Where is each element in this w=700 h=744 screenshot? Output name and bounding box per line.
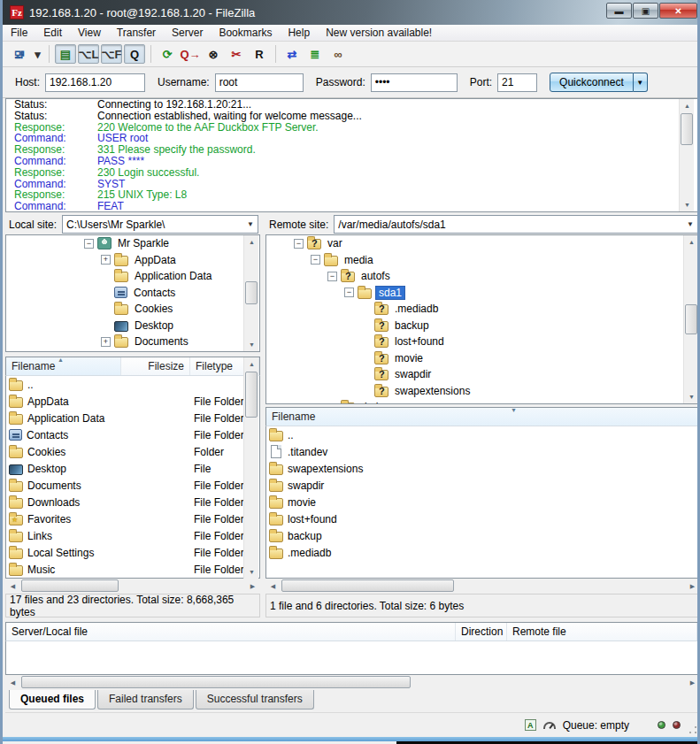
folder-question-icon (341, 272, 355, 282)
close-button[interactable]: ✕ (659, 3, 697, 19)
tree-item-contacts[interactable]: Contacts (6, 285, 259, 302)
speed-limits-icon[interactable] (543, 722, 556, 729)
file-row-swapextensions[interactable]: swapextensions (266, 460, 699, 477)
minimize-button[interactable]: ▬ (606, 3, 632, 19)
tree-item-appdata[interactable]: +AppData (6, 252, 259, 269)
maximize-button[interactable]: ▣ (633, 3, 658, 19)
host-input[interactable] (45, 73, 145, 92)
local-site-combo[interactable]: C:\Users\Mr Sparkle\▼ (62, 215, 258, 234)
menu-item-view[interactable]: View (70, 25, 109, 41)
local-list-hscrollbar[interactable]: ◀ ▶ (5, 579, 260, 594)
expand-icon[interactable]: + (101, 337, 111, 347)
toggle-remote-tree-button[interactable]: ⌥F (101, 44, 122, 64)
transfer-type-icon[interactable]: A (525, 719, 536, 731)
title-bar[interactable]: Fz 192.168.1.20 - root@192.168.1.20 - Fi… (3, 0, 700, 25)
tree-item-desktop[interactable]: Desktop (6, 318, 259, 334)
site-manager-dropdown[interactable]: ▾ (32, 44, 43, 64)
menu-item-help[interactable]: Help (280, 25, 318, 41)
column-header-direction[interactable]: Direction (456, 623, 507, 640)
tree-item-autofs[interactable]: −autofs (266, 268, 699, 285)
quickconnect-button[interactable]: Quickconnect (550, 73, 634, 92)
toggle-local-tree-button[interactable]: ⌥L (78, 44, 99, 64)
tree-item-lost-found[interactable]: lost+found (266, 334, 699, 350)
file-row-Local-Settings[interactable]: Local SettingsFile Folder (6, 544, 259, 561)
menu-item-bookmarks[interactable]: Bookmarks (211, 25, 280, 41)
menu-item-transfer[interactable]: Transfer (109, 25, 164, 41)
find-files-button[interactable]: ∞ (327, 44, 349, 64)
menu-item-new-version-available-[interactable]: New version available! (318, 25, 440, 41)
file-row-Desktop[interactable]: DesktopFile (6, 460, 259, 477)
collapse-icon[interactable]: − (84, 239, 94, 249)
local-tree-scrollbar[interactable]: ▲ ▼ (243, 235, 258, 351)
tree-item--mediadb[interactable]: .mediadb (266, 301, 699, 318)
file-row--[interactable]: .. (6, 376, 259, 393)
file-row-Application-Data[interactable]: Application DataFile Folder (6, 410, 259, 426)
tab-failed-transfers[interactable]: Failed transfers (97, 690, 194, 709)
file-row--[interactable]: .. (266, 426, 699, 443)
column-header-server-local-file[interactable]: Server/Local file (6, 623, 456, 640)
toggle-queue-button[interactable]: Q (124, 44, 145, 64)
username-input[interactable] (215, 73, 304, 92)
tree-item-cookies[interactable]: Cookies (6, 301, 259, 318)
tree-item-application-data[interactable]: Application Data (6, 268, 259, 285)
file-row-Links[interactable]: LinksFile Folder (6, 527, 259, 544)
file-row-swapdir[interactable]: swapdir (266, 477, 699, 494)
password-input[interactable] (371, 73, 458, 92)
remote-site-combo[interactable]: /var/media/autofs/sda1▼ (334, 215, 698, 234)
queue-hscrollbar[interactable]: ◀ ▶ (5, 675, 700, 690)
reconnect-button[interactable]: R (249, 44, 270, 64)
quickconnect-dropdown[interactable]: ▼ (634, 73, 648, 92)
collapse-icon[interactable]: − (311, 255, 320, 265)
tree-item-downloads[interactable]: +Downloads (6, 350, 259, 353)
expand-icon[interactable]: + (101, 255, 111, 265)
resize-grip[interactable] (688, 725, 697, 734)
tree-item-swapdir[interactable]: swapdir (266, 366, 699, 383)
file-row-AppData[interactable]: AppDataFile Folder (6, 393, 259, 410)
file-row-movie[interactable]: movie (266, 494, 699, 510)
tree-item-sda1[interactable]: −sda1 (266, 285, 699, 302)
file-row-Contacts[interactable]: ContactsFile Folder (6, 426, 259, 443)
remote-list-hscrollbar[interactable]: ◀ ▶ (265, 579, 700, 594)
tree-item-media[interactable]: −media (266, 252, 699, 269)
file-row-Favorites[interactable]: ★FavoritesFile Folder (6, 510, 259, 527)
file-row-Downloads[interactable]: DownloadsFile Folder (6, 494, 259, 510)
tab-queued-files[interactable]: Queued files (9, 690, 96, 709)
directory-comparison-button[interactable]: ⇄ (281, 44, 303, 64)
file-row-Cookies[interactable]: CookiesFolder (6, 443, 259, 460)
file-row-backup[interactable]: backup (266, 527, 699, 544)
menu-item-file[interactable]: File (3, 25, 35, 41)
column-header-filesize[interactable]: Filesize (121, 357, 190, 375)
tree-item-backup[interactable]: backup (266, 318, 699, 334)
refresh-button[interactable]: ⟳ (157, 44, 178, 64)
collapse-icon[interactable]: − (294, 239, 304, 249)
toggle-message-log-button[interactable]: ▤ (55, 44, 76, 64)
local-list-scrollbar[interactable]: ▲ ▼ (243, 357, 258, 579)
log-scrollbar[interactable]: ▲ ▼ (679, 99, 694, 211)
tree-item-dvd[interactable]: dvd (266, 399, 699, 404)
tree-item-movie[interactable]: movie (266, 350, 699, 367)
tree-item-mr-sparkle[interactable]: −Mr Sparkle (6, 235, 259, 252)
file-row-Documents[interactable]: DocumentsFile Folder (6, 477, 259, 494)
collapse-icon[interactable]: − (327, 272, 337, 281)
disconnect-button[interactable]: ✂ (226, 44, 247, 64)
tab-successful-transfers[interactable]: Successful transfers (196, 690, 314, 709)
menu-item-edit[interactable]: Edit (35, 25, 70, 41)
file-row-Music[interactable]: MusicFile Folder (6, 561, 259, 578)
process-queue-button[interactable]: Q→ (180, 44, 201, 64)
menu-item-server[interactable]: Server (164, 25, 211, 41)
tree-item-documents[interactable]: +Documents (6, 334, 259, 350)
column-header-filename[interactable]: Filename▼ (266, 408, 699, 426)
tree-item-swapextensions[interactable]: swapextensions (266, 383, 699, 400)
port-input[interactable] (497, 73, 537, 92)
column-header-remote-file[interactable]: Remote file (507, 623, 697, 640)
site-manager-button[interactable]: 🖳 (9, 44, 30, 64)
file-row-lost-found[interactable]: lost+found (266, 510, 699, 527)
column-header-filename[interactable]: Filename▲ (6, 357, 121, 375)
file-row--mediadb[interactable]: .mediadb (266, 544, 699, 561)
cancel-button[interactable]: ⊗ (203, 44, 224, 64)
synchronized-browsing-button[interactable]: ≣ (304, 44, 326, 64)
tree-item-var[interactable]: −var (266, 235, 699, 252)
collapse-icon[interactable]: − (344, 288, 354, 297)
remote-tree-scrollbar[interactable]: ▲ ▼ (683, 235, 698, 403)
file-row--titandev[interactable]: .titandev (266, 443, 699, 460)
